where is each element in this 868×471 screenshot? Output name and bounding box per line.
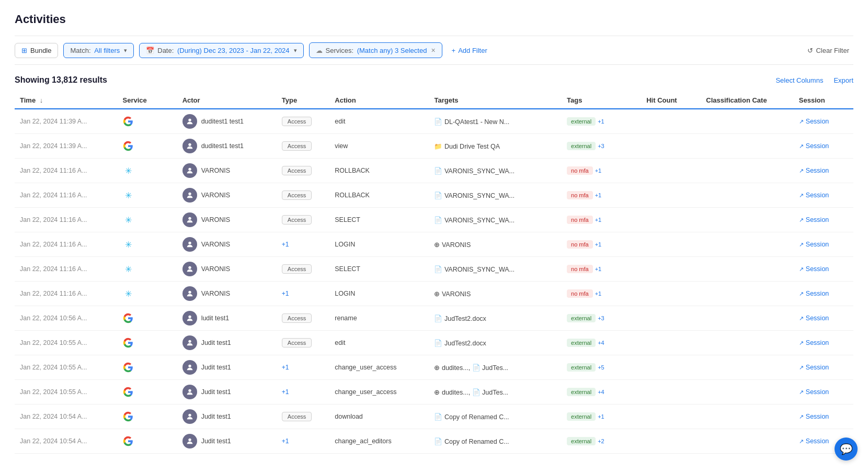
cell-hit-count — [641, 257, 701, 282]
cell-session[interactable]: ↗ Session — [794, 257, 853, 282]
session-link[interactable]: ↗ Session — [799, 241, 848, 248]
bundle-label: Bundle — [30, 47, 51, 54]
cell-actor: VARONIS — [177, 159, 277, 183]
session-link[interactable]: ↗ Session — [799, 265, 848, 273]
type-plus[interactable]: +1 — [282, 241, 289, 248]
cell-session[interactable]: ↗ Session — [794, 159, 853, 183]
match-filter-btn[interactable]: Match: All filters ▾ — [63, 43, 134, 58]
cell-classification — [701, 159, 794, 183]
cell-tags: external+3 — [562, 134, 641, 159]
cell-actor: Judit test1 — [177, 380, 277, 405]
session-link[interactable]: ↗ Session — [799, 142, 848, 150]
cell-service: ✳ — [118, 257, 177, 282]
tag-plus[interactable]: +4 — [598, 389, 604, 395]
cell-session[interactable]: ↗ Session — [794, 183, 853, 208]
cell-session[interactable]: ↗ Session — [794, 232, 853, 257]
session-link[interactable]: ↗ Session — [799, 216, 848, 223]
session-label: Session — [806, 142, 829, 150]
col-targets[interactable]: Targets — [429, 92, 562, 109]
export-btn[interactable]: Export — [833, 76, 853, 84]
tag-plus[interactable]: +5 — [598, 364, 604, 371]
session-link[interactable]: ↗ Session — [799, 290, 848, 297]
col-type[interactable]: Type — [277, 92, 329, 109]
cell-hit-count — [641, 134, 701, 159]
col-classification[interactable]: Classification Cate — [701, 92, 794, 109]
tag-plus[interactable]: +3 — [598, 143, 604, 149]
cell-service — [118, 331, 177, 355]
tag-plus[interactable]: +1 — [595, 192, 602, 198]
type-plus[interactable]: +1 — [282, 364, 289, 371]
cell-time: Jan 22, 2024 11:16 A... — [15, 282, 118, 306]
tag-plus[interactable]: +1 — [595, 167, 602, 174]
cell-session[interactable]: ↗ Session — [794, 306, 853, 331]
session-label: Session — [806, 167, 829, 174]
tag-plus[interactable]: +4 — [598, 340, 604, 346]
bundle-icon: ⊞ — [21, 47, 27, 54]
add-filter-label: Add Filter — [458, 47, 487, 54]
avatar — [182, 335, 197, 350]
session-link[interactable]: ↗ Session — [799, 364, 848, 371]
activities-table-container: Time ↓ Service Actor Type Action Targets… — [15, 92, 853, 454]
tag-plus[interactable]: +1 — [595, 217, 602, 223]
bundle-filter-btn[interactable]: ⊞ Bundle — [15, 43, 58, 58]
session-label: Session — [806, 290, 829, 297]
cell-time: Jan 22, 2024 10:54 A... — [15, 429, 118, 454]
select-columns-btn[interactable]: Select Columns — [775, 76, 823, 84]
col-action[interactable]: Action — [329, 92, 429, 109]
col-service[interactable]: Service — [118, 92, 177, 109]
cell-service: ✳ — [118, 232, 177, 257]
cell-session[interactable]: ↗ Session — [794, 380, 853, 405]
tag-plus[interactable]: +3 — [598, 315, 604, 321]
tag-plus[interactable]: +1 — [595, 241, 602, 248]
table-row: Jan 22, 2024 11:16 A...✳ VARONISAccessSE… — [15, 257, 853, 282]
tag-badge: no mfa — [567, 289, 593, 298]
session-link[interactable]: ↗ Session — [799, 315, 848, 322]
tag-plus[interactable]: +1 — [598, 413, 604, 420]
cell-service: ✳ — [118, 208, 177, 232]
cell-service: ✳ — [118, 282, 177, 306]
col-tags[interactable]: Tags — [562, 92, 641, 109]
session-link[interactable]: ↗ Session — [799, 388, 848, 396]
tag-badge: external — [567, 142, 596, 150]
type-plus[interactable]: +1 — [282, 388, 289, 396]
services-clear-icon[interactable]: × — [431, 46, 435, 54]
cell-classification — [701, 306, 794, 331]
type-plus[interactable]: +1 — [282, 438, 289, 445]
col-time[interactable]: Time ↓ — [15, 92, 118, 109]
cell-session[interactable]: ↗ Session — [794, 109, 853, 134]
actor-name: VARONIS — [201, 290, 230, 297]
cell-session[interactable]: ↗ Session — [794, 282, 853, 306]
cell-action: change_acl_editors — [329, 429, 429, 454]
cell-session[interactable]: ↗ Session — [794, 134, 853, 159]
col-actor[interactable]: Actor — [177, 92, 277, 109]
session-link[interactable]: ↗ Session — [799, 192, 848, 199]
tag-plus[interactable]: +2 — [598, 438, 604, 444]
type-plus[interactable]: +1 — [282, 290, 289, 297]
tag-plus[interactable]: +1 — [598, 118, 604, 125]
date-filter-btn[interactable]: 📅 Date: (During) Dec 23, 2023 - Jan 22, … — [139, 43, 303, 58]
chat-bubble[interactable]: 💬 — [835, 438, 858, 461]
add-filter-btn[interactable]: + Add Filter — [448, 43, 492, 58]
clear-filter-btn[interactable]: ↺ Clear Filter — [803, 43, 853, 58]
session-link[interactable]: ↗ Session — [799, 118, 848, 125]
cell-session[interactable]: ↗ Session — [794, 355, 853, 380]
session-label: Session — [806, 265, 829, 273]
match-label: Match: All filters — [70, 47, 120, 54]
session-link[interactable]: ↗ Session — [799, 339, 848, 346]
google-icon — [123, 313, 133, 323]
cell-session[interactable]: ↗ Session — [794, 208, 853, 232]
svg-point-6 — [188, 266, 191, 269]
tag-plus[interactable]: +1 — [595, 266, 602, 272]
session-link[interactable]: ↗ Session — [799, 413, 848, 420]
actor-name: VARONIS — [201, 192, 230, 199]
cell-session[interactable]: ↗ Session — [794, 405, 853, 429]
tag-plus[interactable]: +1 — [595, 290, 602, 297]
session-link[interactable]: ↗ Session — [799, 167, 848, 174]
cell-type: Access — [277, 306, 329, 331]
tag-badge: external — [567, 412, 596, 421]
col-hit-count[interactable]: Hit Count — [641, 92, 701, 109]
col-session[interactable]: Session — [794, 92, 853, 109]
cell-type: Access — [277, 183, 329, 208]
services-filter-btn[interactable]: ☁ Services: (Match any) 3 Selected × — [309, 42, 442, 58]
cell-session[interactable]: ↗ Session — [794, 331, 853, 355]
